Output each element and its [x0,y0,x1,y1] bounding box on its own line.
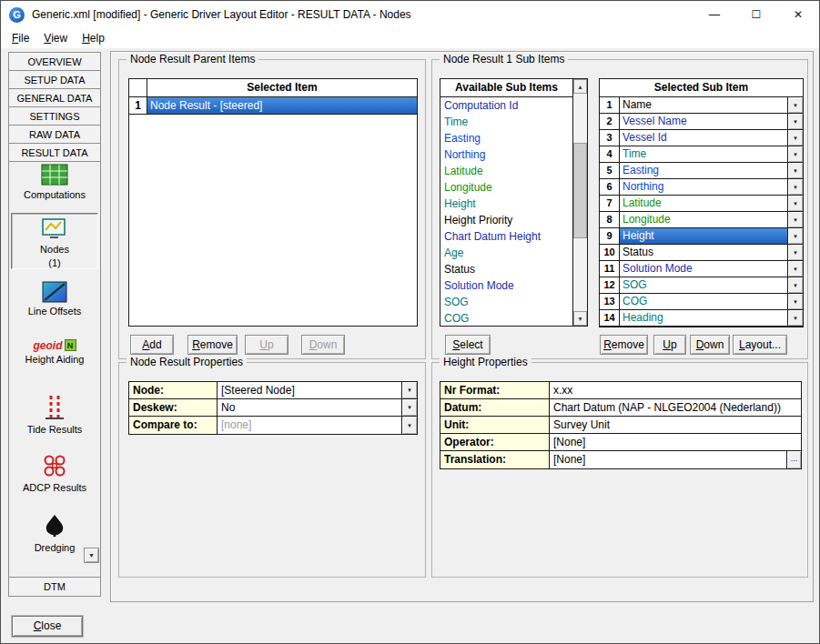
node-properties-table: Node:[Steered Node]▼Deskew:No▼Compare to… [128,381,418,435]
available-item-age[interactable]: Age [440,245,572,261]
sidebar-item-tide-results[interactable]: Tide Results [11,391,98,435]
dredging-dropdown-button[interactable]: ▼ [84,548,99,563]
height-prop-translation-value[interactable]: [None] [550,451,786,468]
sidebar-tab-setup-data[interactable]: SETUP DATA [9,71,100,89]
table-row[interactable]: 2Vessel Name▼ [600,114,803,130]
sidebar-item-count: (1) [48,257,60,268]
table-row[interactable]: 11Solution Mode▼ [600,261,803,277]
table-row[interactable]: 12SOG▼ [600,277,803,294]
available-sub-items-list: Available Sub Items Computation IdTimeEa… [440,78,588,327]
available-select-button[interactable]: Select [445,335,491,355]
available-item-sog[interactable]: SOG [440,294,572,310]
available-item-solution-mode[interactable]: Solution Mode [440,277,572,294]
node-prop-node-value[interactable]: [Steered Node] [218,382,401,398]
node-prop-deskew-value[interactable]: No [218,399,401,416]
subitem-row-dropdown[interactable]: ▼ [787,277,803,293]
subitem-layout-button[interactable]: Layout... [733,335,787,355]
menu-file[interactable]: File [5,29,36,47]
node-prop-deskew-dropdown[interactable]: ▼ [401,399,417,416]
menu-help[interactable]: Help [75,29,112,47]
available-item-status[interactable]: Status [440,261,572,277]
row-number: 1 [600,97,620,113]
sidebar-tab-overview[interactable]: OVERVIEW [9,53,100,71]
available-item-northing[interactable]: Northing [440,146,572,163]
scrollbar-thumb[interactable] [573,143,587,238]
table-row[interactable]: 8Longitude▼ [600,212,803,228]
node-prop-deskew-label: Deskew: [129,399,218,416]
subitem-row-dropdown[interactable]: ▼ [787,196,803,211]
table-row[interactable]: 1Node Result - [steered] [129,97,417,115]
available-item-latitude[interactable]: Latitude [440,163,572,179]
menu-view[interactable]: View [36,29,75,47]
subitem-row-dropdown[interactable]: ▼ [787,97,803,113]
scroll-down-button[interactable]: ▼ [573,311,587,326]
available-item-chart-datum-height[interactable]: Chart Datum Height [440,228,572,245]
table-row[interactable]: 6Northing▼ [600,179,803,196]
table-row[interactable]: 4Time▼ [600,146,803,163]
close-button[interactable]: Close [12,616,83,637]
parent-add-button[interactable]: Add [130,335,174,355]
subitem-row-dropdown[interactable]: ▼ [787,212,803,227]
sidebar-item-nodes[interactable]: Nodes(1) [11,213,98,269]
subitem-row-dropdown[interactable]: ▼ [787,261,803,277]
height-prop-operator-value[interactable]: [None] [550,434,801,450]
height-prop-nr-format-label: Nr Format: [440,382,550,398]
window-maximize-button[interactable]: ☐ [735,1,777,28]
available-item-height-priority[interactable]: Height Priority [440,212,572,228]
available-item-height[interactable]: Height [440,196,572,212]
table-row[interactable]: 3Vessel Id▼ [600,130,803,146]
subitem-up-button[interactable]: Up [653,335,686,355]
sidebar-item-dredging[interactable]: Dredging [11,509,98,553]
tide-results-icon [43,394,66,421]
available-item-time[interactable]: Time [440,114,572,130]
available-item-computation-id[interactable]: Computation Id [440,97,572,114]
sidebar-tab-settings[interactable]: SETTINGS [9,107,100,126]
parent-remove-button[interactable]: Remove [187,335,238,355]
node-prop-node-dropdown[interactable]: ▼ [401,382,417,398]
sidebar-item-computations[interactable]: Computations [11,160,98,200]
available-list-scrollbar[interactable]: ▲ ▼ [572,79,587,326]
sidebar-tab-general-data[interactable]: GENERAL DATA [9,89,100,107]
sidebar-tab-result-data[interactable]: RESULT DATA [9,144,100,162]
table-row[interactable]: 13COG▼ [600,294,803,310]
available-list-header: Available Sub Items [440,79,572,96]
table-row[interactable]: 9Height▼ [600,228,803,245]
available-item-easting[interactable]: Easting [440,130,572,146]
group-height-properties: Height Properties Nr Format:x.xxDatum:Ch… [431,362,808,578]
subitem-row-dropdown[interactable]: ▼ [787,114,803,129]
subitem-row-dropdown[interactable]: ▼ [787,245,803,260]
row-number: 8 [600,212,620,227]
subitem-remove-button[interactable]: Remove [600,335,648,355]
subitem-row-dropdown[interactable]: ▼ [787,179,803,195]
window-close-button[interactable]: ✕ [777,1,819,28]
height-prop-unit-value[interactable]: Survey Unit [550,417,801,433]
table-row[interactable]: 5Easting▼ [600,163,803,179]
sidebar-item-line-offsets[interactable]: Line Offsets [11,278,98,317]
height-prop-nr-format-value[interactable]: x.xx [550,382,801,398]
subitem-down-button[interactable]: Down [690,335,730,355]
computations-icon [41,163,68,186]
subitem-row-dropdown[interactable]: ▼ [787,310,803,326]
node-prop-compare-to-dropdown[interactable]: ▼ [401,417,417,434]
node-prop-compare-to-value[interactable]: [none] [218,417,401,434]
subitem-row-dropdown[interactable]: ▼ [787,294,803,309]
sidebar-item-dtm[interactable]: DTM [9,577,100,596]
available-item-longitude[interactable]: Longitude [440,179,572,196]
table-row[interactable]: 7Latitude▼ [600,196,803,212]
scroll-up-button[interactable]: ▲ [573,79,587,94]
table-row[interactable]: 10Status▼ [600,245,803,261]
height-prop-translation-browse-button[interactable]: ... [786,451,801,468]
sidebar-item-height-aiding[interactable]: geoidNHeight Aiding [11,337,98,365]
table-row[interactable]: 14Heading▼ [600,310,803,327]
sidebar-item-adcp-results[interactable]: ADCP Results [11,449,98,493]
height-prop-datum-value[interactable]: Chart Datum (NAP - NLGEO2004 (Nederland)… [550,399,801,416]
subitem-row-dropdown[interactable]: ▼ [787,228,803,244]
sidebar-tab-raw-data[interactable]: RAW DATA [9,126,100,144]
subitem-row-dropdown[interactable]: ▼ [787,130,803,146]
subitem-row-dropdown[interactable]: ▼ [787,146,803,162]
available-item-cog[interactable]: COG [440,310,572,327]
window-minimize-button[interactable]: — [693,1,735,28]
subitem-row-dropdown[interactable]: ▼ [787,163,803,178]
row-number: 10 [600,245,620,260]
table-row[interactable]: 1Name▼ [600,97,803,114]
